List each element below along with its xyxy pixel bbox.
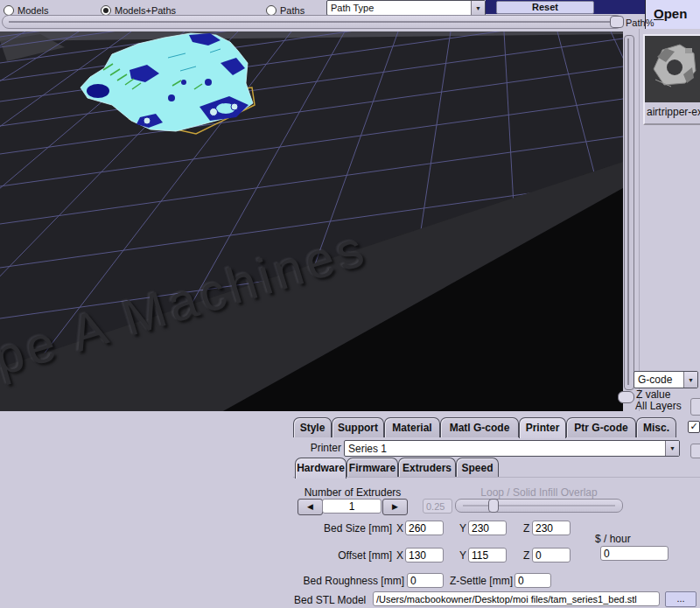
chevron-down-icon[interactable]: ▼	[471, 1, 485, 15]
model-thumbnail-card[interactable]: airtripper-ex	[643, 34, 700, 125]
reset-button[interactable]: Reset	[496, 1, 594, 14]
browse-stl-button[interactable]: ...	[665, 591, 696, 607]
tab-printer[interactable]: Printer	[519, 417, 566, 438]
3d-viewport[interactable]: pe A Machines	[0, 31, 623, 411]
num-extruders-field[interactable]	[322, 499, 382, 514]
path-percent-label: Path%	[626, 17, 654, 29]
offset-z-field[interactable]	[532, 548, 570, 563]
overlap-field	[423, 499, 452, 514]
bed-size-z-field[interactable]	[532, 521, 570, 535]
screw-hole	[144, 117, 150, 124]
slicer-app-window: Models Models+Paths Paths Path Type ▼ Re…	[0, 0, 700, 608]
axis-y-label: Y	[459, 549, 466, 563]
model-thumbnail-label: airtripper-ex	[647, 106, 700, 119]
overlap-label: Loop / Solid Infill Overlap	[455, 486, 623, 500]
view-mode-dropdown[interactable]: G-code ▼	[634, 371, 698, 388]
chevron-down-icon[interactable]: ▼	[683, 372, 697, 388]
bed-size-x-field[interactable]	[405, 521, 444, 535]
extruders-decrement-button[interactable]: ◀	[298, 499, 323, 515]
offset-x-field[interactable]	[405, 548, 444, 563]
path-percent-slider-thumb[interactable]	[610, 16, 624, 28]
model-thumbnail-image	[645, 36, 700, 102]
cropped-control[interactable]	[690, 444, 700, 458]
screw-hole	[231, 103, 238, 110]
chevron-down-icon[interactable]: ▼	[665, 441, 679, 456]
layer-slider[interactable]	[624, 35, 634, 390]
axis-z-label: Z	[523, 522, 529, 535]
axis-z-label: Z	[523, 549, 529, 563]
printer-value: Series 1	[345, 443, 665, 455]
axis-y-label: Y	[459, 522, 466, 535]
offset-y-field[interactable]	[468, 548, 507, 563]
model-hole	[87, 84, 109, 98]
offset-label: Offset [mm]	[306, 549, 392, 563]
layer-slider-thumb[interactable]	[618, 391, 634, 403]
tab-style[interactable]: Style	[293, 417, 332, 437]
overlap-slider-thumb	[488, 499, 499, 513]
printer-label: Printer	[298, 442, 341, 455]
dollar-hour-label: $ / hour	[595, 533, 631, 546]
view-mode-value: G-code	[634, 374, 683, 386]
tab-ptr-gcode[interactable]: Ptr G-code	[566, 417, 636, 437]
tab-matl-gcode[interactable]: Matl G-code	[440, 417, 519, 437]
path-type-value: Path Type	[327, 3, 471, 13]
layer-slider-groove	[627, 38, 629, 385]
path-type-dropdown[interactable]: Path Type ▼	[326, 0, 486, 16]
bed-stl-path-field[interactable]	[373, 591, 660, 606]
cropped-control[interactable]	[690, 398, 700, 416]
z-settle-field[interactable]	[514, 573, 551, 588]
axis-x-label: X	[396, 522, 403, 535]
bed-size-label: Bed Size [mm]	[306, 522, 392, 535]
printer-dropdown[interactable]: Series 1 ▼	[344, 440, 680, 457]
subtab-extruders[interactable]: Extruders	[398, 458, 456, 478]
z-settle-label: Z-Settle [mm]	[450, 575, 511, 588]
settings-checkbox[interactable]: ✓	[688, 421, 700, 433]
tab-misc[interactable]: Misc.	[636, 417, 676, 437]
bed-size-y-field[interactable]	[468, 521, 507, 535]
slider-groove	[9, 21, 616, 23]
axis-x-label: X	[396, 549, 403, 563]
extruders-increment-button[interactable]: ▶	[382, 499, 408, 515]
tab-material[interactable]: Material	[384, 417, 440, 437]
num-extruders-label: Number of Extruders	[296, 486, 410, 500]
subtab-pane-divider	[293, 477, 700, 478]
dollar-hour-field[interactable]	[600, 546, 668, 561]
overlap-slider	[455, 499, 623, 513]
bed-stl-label: Bed STL Model	[294, 594, 366, 607]
bed-roughness-label: Bed Roughness [mm]	[298, 575, 404, 588]
path-percent-slider[interactable]	[2, 15, 623, 29]
subtab-speed[interactable]: Speed	[456, 458, 499, 478]
overlap-slider-groove	[463, 505, 615, 507]
tab-support[interactable]: Support	[332, 417, 384, 437]
bed-roughness-field[interactable]	[407, 573, 444, 588]
all-layers-label: All Layers	[635, 400, 682, 413]
screw-hole	[210, 108, 218, 116]
subtab-hardware[interactable]: Hardware	[295, 458, 346, 479]
subtab-firmware[interactable]: Firmware	[346, 458, 398, 478]
